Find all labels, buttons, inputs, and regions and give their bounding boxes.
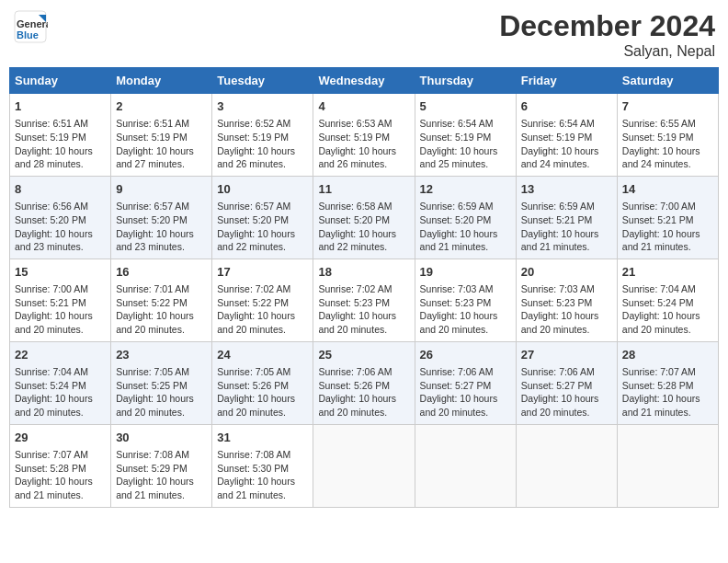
- table-row: 24Sunrise: 7:05 AMSunset: 5:26 PMDayligh…: [212, 341, 313, 424]
- table-row: 29Sunrise: 7:07 AMSunset: 5:28 PMDayligh…: [10, 424, 111, 507]
- day-number: 6: [521, 98, 612, 115]
- sunset-text: Sunset: 5:19 PM: [622, 132, 694, 143]
- sunrise-text: Sunrise: 7:04 AM: [622, 283, 696, 294]
- table-row: [516, 424, 617, 507]
- sunset-text: Sunset: 5:20 PM: [116, 214, 188, 225]
- day-number: 8: [15, 181, 106, 198]
- sunrise-text: Sunrise: 7:08 AM: [116, 449, 189, 460]
- table-row: 17Sunrise: 7:02 AMSunset: 5:22 PMDayligh…: [212, 259, 313, 341]
- sunset-text: Sunset: 5:20 PM: [217, 214, 289, 225]
- sunset-text: Sunset: 5:23 PM: [420, 297, 492, 308]
- sunrise-text: Sunrise: 7:06 AM: [521, 366, 595, 377]
- sunset-text: Sunset: 5:24 PM: [622, 297, 694, 308]
- calendar-week-row: 8Sunrise: 6:56 AMSunset: 5:20 PMDaylight…: [10, 176, 719, 259]
- sunrise-text: Sunrise: 6:53 AM: [318, 118, 392, 129]
- calendar-week-row: 29Sunrise: 7:07 AMSunset: 5:28 PMDayligh…: [10, 424, 719, 507]
- sunrise-text: Sunrise: 7:00 AM: [15, 283, 88, 294]
- logo-icon: General Blue: [13, 9, 48, 44]
- sunrise-text: Sunrise: 7:08 AM: [217, 449, 290, 460]
- daylight-text: Daylight: 10 hours and 26 minutes.: [217, 145, 295, 170]
- daylight-text: Daylight: 10 hours and 20 minutes.: [521, 393, 599, 418]
- daylight-text: Daylight: 10 hours and 28 minutes.: [15, 145, 93, 170]
- calendar-week-row: 15Sunrise: 7:00 AMSunset: 5:21 PMDayligh…: [10, 259, 719, 341]
- day-number: 18: [318, 264, 409, 281]
- table-row: 14Sunrise: 7:00 AMSunset: 5:21 PMDayligh…: [617, 176, 718, 259]
- daylight-text: Daylight: 10 hours and 20 minutes.: [420, 310, 498, 335]
- table-row: 25Sunrise: 7:06 AMSunset: 5:26 PMDayligh…: [313, 341, 415, 424]
- day-number: 23: [116, 347, 207, 363]
- sunset-text: Sunset: 5:27 PM: [521, 380, 593, 391]
- sunset-text: Sunset: 5:23 PM: [521, 297, 593, 308]
- sunset-text: Sunset: 5:21 PM: [622, 214, 694, 225]
- daylight-text: Daylight: 10 hours and 24 minutes.: [622, 145, 700, 170]
- sunset-text: Sunset: 5:26 PM: [318, 380, 390, 391]
- sunset-text: Sunset: 5:19 PM: [318, 132, 390, 143]
- daylight-text: Daylight: 10 hours and 23 minutes.: [116, 228, 194, 253]
- sunset-text: Sunset: 5:21 PM: [15, 297, 86, 308]
- sunrise-text: Sunrise: 7:07 AM: [622, 366, 696, 377]
- sunset-text: Sunset: 5:25 PM: [116, 380, 188, 391]
- table-row: 1Sunrise: 6:51 AMSunset: 5:19 PMDaylight…: [10, 94, 111, 177]
- title-block: December 2024 Salyan, Nepal: [499, 9, 715, 60]
- svg-text:General: General: [17, 18, 48, 29]
- sunrise-text: Sunrise: 7:06 AM: [420, 366, 494, 377]
- table-row: 26Sunrise: 7:06 AMSunset: 5:27 PMDayligh…: [415, 341, 516, 424]
- day-number: 30: [116, 430, 207, 446]
- daylight-text: Daylight: 10 hours and 21 minutes.: [217, 476, 295, 500]
- daylight-text: Daylight: 10 hours and 22 minutes.: [217, 228, 295, 253]
- day-number: 21: [622, 264, 713, 281]
- col-saturday: Saturday: [617, 68, 718, 94]
- sunrise-text: Sunrise: 7:05 AM: [116, 366, 189, 377]
- table-row: 22Sunrise: 7:04 AMSunset: 5:24 PMDayligh…: [10, 341, 111, 424]
- sunrise-text: Sunrise: 6:52 AM: [217, 118, 290, 129]
- daylight-text: Daylight: 10 hours and 20 minutes.: [622, 310, 700, 335]
- day-number: 28: [622, 347, 713, 363]
- sunrise-text: Sunrise: 6:51 AM: [15, 118, 88, 129]
- table-row: 6Sunrise: 6:54 AMSunset: 5:19 PMDaylight…: [516, 94, 617, 177]
- table-row: 2Sunrise: 6:51 AMSunset: 5:19 PMDaylight…: [111, 94, 212, 177]
- daylight-text: Daylight: 10 hours and 21 minutes.: [420, 228, 498, 253]
- table-row: 20Sunrise: 7:03 AMSunset: 5:23 PMDayligh…: [516, 259, 617, 341]
- col-friday: Friday: [516, 68, 617, 94]
- table-row: 11Sunrise: 6:58 AMSunset: 5:20 PMDayligh…: [313, 176, 415, 259]
- daylight-text: Daylight: 10 hours and 20 minutes.: [15, 393, 93, 418]
- sunset-text: Sunset: 5:20 PM: [318, 214, 390, 225]
- daylight-text: Daylight: 10 hours and 21 minutes.: [622, 228, 700, 253]
- sunset-text: Sunset: 5:27 PM: [420, 380, 492, 391]
- table-row: 9Sunrise: 6:57 AMSunset: 5:20 PMDaylight…: [111, 176, 212, 259]
- sunrise-text: Sunrise: 7:07 AM: [15, 449, 88, 460]
- day-number: 29: [15, 430, 106, 446]
- day-number: 5: [420, 98, 511, 115]
- sunset-text: Sunset: 5:22 PM: [217, 297, 289, 308]
- table-row: 23Sunrise: 7:05 AMSunset: 5:25 PMDayligh…: [111, 341, 212, 424]
- daylight-text: Daylight: 10 hours and 21 minutes.: [15, 476, 93, 500]
- day-number: 7: [622, 98, 713, 115]
- svg-text:Blue: Blue: [17, 29, 39, 40]
- table-row: 30Sunrise: 7:08 AMSunset: 5:29 PMDayligh…: [111, 424, 212, 507]
- sunrise-text: Sunrise: 6:55 AM: [622, 118, 696, 129]
- table-row: 18Sunrise: 7:02 AMSunset: 5:23 PMDayligh…: [313, 259, 415, 341]
- table-row: 15Sunrise: 7:00 AMSunset: 5:21 PMDayligh…: [10, 259, 111, 341]
- table-row: 21Sunrise: 7:04 AMSunset: 5:24 PMDayligh…: [617, 259, 718, 341]
- day-number: 11: [318, 181, 409, 198]
- daylight-text: Daylight: 10 hours and 20 minutes.: [521, 310, 599, 335]
- sunrise-text: Sunrise: 6:59 AM: [420, 201, 494, 212]
- table-row: 13Sunrise: 6:59 AMSunset: 5:21 PMDayligh…: [516, 176, 617, 259]
- day-number: 27: [521, 347, 612, 363]
- table-row: 27Sunrise: 7:06 AMSunset: 5:27 PMDayligh…: [516, 341, 617, 424]
- col-thursday: Thursday: [415, 68, 516, 94]
- day-number: 9: [116, 181, 207, 198]
- sunrise-text: Sunrise: 7:06 AM: [318, 366, 392, 377]
- sunset-text: Sunset: 5:19 PM: [420, 132, 492, 143]
- sunset-text: Sunset: 5:20 PM: [420, 214, 492, 225]
- sunrise-text: Sunrise: 6:57 AM: [116, 201, 189, 212]
- header-row: Sunday Monday Tuesday Wednesday Thursday…: [10, 68, 719, 94]
- calendar-body: 1Sunrise: 6:51 AMSunset: 5:19 PMDaylight…: [10, 94, 719, 508]
- table-row: 3Sunrise: 6:52 AMSunset: 5:19 PMDaylight…: [212, 94, 313, 177]
- sunrise-text: Sunrise: 7:01 AM: [116, 283, 189, 294]
- table-row: [617, 424, 718, 507]
- daylight-text: Daylight: 10 hours and 24 minutes.: [521, 145, 599, 170]
- calendar-subtitle: Salyan, Nepal: [499, 43, 715, 60]
- sunset-text: Sunset: 5:19 PM: [15, 132, 86, 143]
- sunset-text: Sunset: 5:20 PM: [15, 214, 86, 225]
